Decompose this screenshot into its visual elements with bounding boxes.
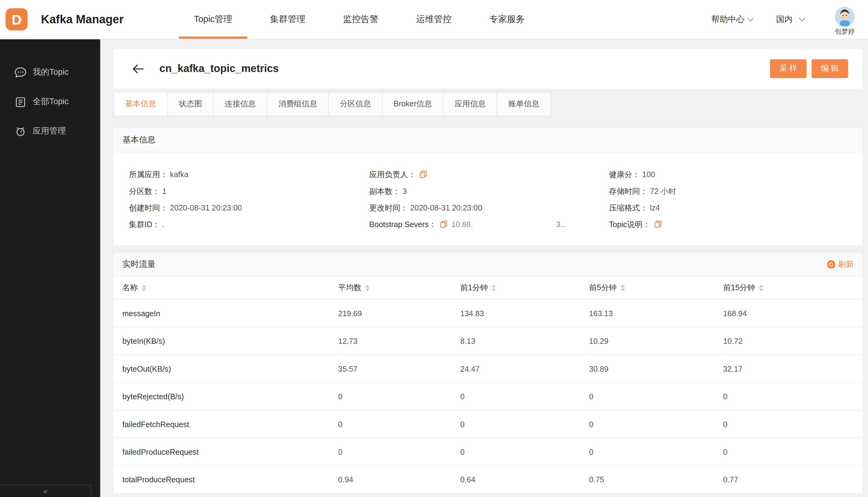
field-health-score: 健康分： 100: [609, 169, 847, 180]
tab-label: 基本信息: [125, 99, 156, 109]
field-label: 应用负责人：: [370, 169, 416, 180]
sort-icon: [365, 285, 370, 292]
metric-5min-cell: 10.29: [589, 327, 723, 355]
nav-expert-service[interactable]: 专家服务: [474, 0, 539, 39]
main-nav: Topic管理 集群管理 监控告警 运维管控 专家服务: [179, 0, 547, 39]
user-name: 包梦婷: [835, 27, 855, 37]
tab-label: 应用信息: [454, 99, 486, 109]
tab-consumer-group-info[interactable]: 消费组信息: [267, 92, 329, 116]
metric-1min-cell: 24.47: [460, 355, 589, 382]
tab-partition-info[interactable]: 分区信息: [328, 92, 382, 116]
metric-1min-cell: 0.64: [460, 466, 589, 493]
field-label: 分区数：: [129, 185, 160, 196]
field-value: 10.88.: [451, 219, 473, 230]
app-management-icon: [14, 125, 27, 136]
metric-name-cell: byteRejected(B/s): [114, 382, 338, 410]
edit-button[interactable]: 编 辑: [812, 59, 848, 78]
region-select[interactable]: 国内: [776, 14, 804, 25]
field-label: 副本数：: [370, 185, 400, 196]
sidebar-item-label: 全部Topic: [33, 96, 69, 106]
arrow-left-icon: [132, 64, 144, 73]
nav-label: Topic管理: [194, 13, 232, 25]
nav-ops-control[interactable]: 运维管控: [401, 0, 466, 39]
column-header-avg[interactable]: 平均数: [338, 277, 460, 299]
sidebar-item-all-topic[interactable]: 全部Topic: [0, 87, 100, 116]
field-value: 100: [642, 169, 655, 180]
metric-avg-cell: 0: [338, 438, 460, 466]
tab-label: 消费组信息: [278, 99, 317, 109]
field-value: lz4: [650, 202, 660, 213]
refresh-label: 刷新: [838, 259, 854, 270]
field-label: 所属应用：: [129, 169, 168, 180]
main-content: cn_kafka_topic_metrics 采 样 编 辑 基本信息 状态图 …: [100, 39, 868, 497]
tab-basic-info[interactable]: 基本信息: [114, 92, 168, 116]
refresh-button[interactable]: 刷新: [827, 259, 854, 270]
sort-icon: [759, 285, 763, 292]
sidebar-collapse-button[interactable]: «: [0, 484, 91, 497]
column-header-last-1min[interactable]: 前1分钟: [460, 277, 589, 299]
field-replica-count: 副本数： 3: [370, 185, 609, 196]
copy-icon[interactable]: [654, 220, 661, 228]
collapse-icon: «: [43, 487, 47, 496]
column-header-name[interactable]: 名称: [114, 277, 338, 299]
metric-5min-cell: 30.89: [589, 355, 723, 382]
basic-info-grid: 所属应用： kafka 应用负责人： 健康分： 100 分区数： 1: [114, 152, 863, 245]
metric-5min-cell: 0: [589, 438, 723, 466]
clipboard-icon: [14, 96, 27, 107]
field-value: .: [162, 219, 164, 230]
title-actions: 采 样 编 辑: [770, 59, 848, 78]
field-create-time: 创建时间： 2020-08-31 20:23:00: [129, 202, 369, 213]
nav-monitor-alert[interactable]: 监控告警: [328, 0, 393, 39]
field-partition-count: 分区数： 1: [129, 185, 369, 196]
column-header-last-15min[interactable]: 前15分钟: [723, 277, 863, 299]
tab-broker-info[interactable]: Broker信息: [382, 92, 444, 116]
user-menu[interactable]: 包梦婷: [835, 7, 855, 37]
sidebar-item-my-topic[interactable]: 我的Topic: [0, 58, 100, 87]
tab-label: 账单信息: [508, 99, 539, 109]
sample-button[interactable]: 采 样: [770, 59, 807, 78]
field-label: 更改时间：: [370, 202, 408, 213]
nav-topic-management[interactable]: Topic管理: [179, 0, 247, 39]
sort-icon: [621, 285, 625, 292]
realtime-section-header: 实时流量 刷新: [114, 252, 863, 277]
metric-1min-cell: 8.13: [460, 327, 589, 355]
page-title: cn_kafka_topic_metrics: [160, 62, 279, 75]
metric-15min-cell: 32.17: [723, 355, 863, 382]
metric-avg-cell: 219.69: [338, 299, 460, 327]
tab-app-info[interactable]: 应用信息: [443, 92, 497, 116]
field-app-owner: 应用负责人：: [370, 169, 609, 180]
metric-avg-cell: 0: [338, 410, 460, 438]
metric-5min-cell: 0: [589, 410, 723, 438]
column-label: 前1分钟: [460, 283, 488, 293]
tab-connection-info[interactable]: 连接信息: [213, 92, 267, 116]
help-center-label: 帮助中心: [711, 14, 744, 25]
table-row: byteRejected(B/s) 0 0 0 0: [114, 382, 863, 410]
metric-name-cell: totalProduceRequest: [114, 466, 338, 493]
tab-label: Broker信息: [394, 99, 432, 109]
metric-name-cell: failedFetchRequest: [114, 410, 338, 438]
nav-cluster-management[interactable]: 集群管理: [255, 0, 320, 39]
basic-info-section-header: 基本信息: [114, 127, 863, 152]
metric-1min-cell: 0: [460, 410, 589, 438]
field-label: 压缩格式：: [609, 202, 648, 213]
help-center-link[interactable]: 帮助中心: [711, 14, 753, 25]
field-cluster-id: 集群ID： .: [129, 219, 369, 230]
basic-info-card: 基本信息 所属应用： kafka 应用负责人： 健康分： 100: [114, 127, 863, 245]
metric-15min-cell: 0: [723, 382, 863, 410]
field-label: Topic说明：: [609, 219, 650, 230]
sidebar-item-app-management[interactable]: 应用管理: [0, 116, 100, 146]
column-header-last-5min[interactable]: 前5分钟: [589, 277, 723, 299]
tab-status-chart[interactable]: 状态图: [167, 92, 214, 116]
metric-name-cell: failedProduceRequest: [114, 438, 338, 466]
metric-15min-cell: 0: [723, 438, 863, 466]
nav-label: 专家服务: [489, 13, 525, 25]
metric-15min-cell: 0.77: [723, 466, 863, 493]
copy-icon[interactable]: [440, 220, 447, 228]
field-compression-format: 压缩格式： lz4: [609, 202, 847, 213]
tab-billing-info[interactable]: 账单信息: [497, 92, 551, 116]
metric-5min-cell: 0: [589, 382, 723, 410]
app-logo-icon[interactable]: D: [5, 8, 28, 30]
back-button[interactable]: [132, 64, 144, 73]
table-row: byteIn(KB/s) 12.73 8.13 10.29 10.72: [114, 327, 863, 355]
copy-icon[interactable]: [420, 171, 426, 178]
